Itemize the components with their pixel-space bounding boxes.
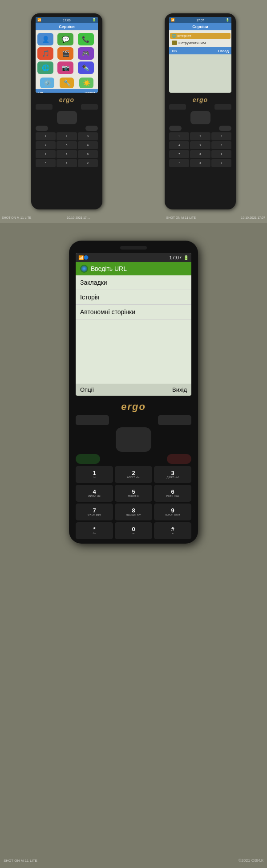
key-5-r[interactable]: 5: [190, 141, 210, 149]
app-weather[interactable]: ☀️: [79, 78, 93, 88]
title-top-left: Сервіси: [36, 23, 98, 30]
end-btn-r[interactable]: [219, 126, 231, 131]
app-camera[interactable]: 📷: [57, 61, 73, 74]
key-2-r[interactable]: 2: [190, 132, 210, 140]
key-0-r[interactable]: 0: [190, 159, 210, 167]
key-8-r[interactable]: 8: [190, 150, 210, 158]
time-top-right: 17:07: [196, 19, 204, 22]
keypad-top-right: 1 2 3 4 5 6 7 8 9 * 0 #: [169, 104, 231, 167]
logo-top-right: ergo: [193, 96, 208, 103]
app-video[interactable]: 🎬: [57, 47, 73, 60]
watermark-shot-tl: SHOT ON M-11 LITE: [2, 216, 31, 219]
call-btn[interactable]: [36, 126, 48, 131]
key-2-large[interactable]: 2 АВВГҐ abc: [115, 466, 152, 483]
dpad-large[interactable]: [116, 427, 151, 452]
internet-icon: 🌐: [172, 34, 176, 38]
key-1[interactable]: 1: [36, 132, 56, 140]
key-4-large[interactable]: 4 ИЙІКЛ ghі: [76, 485, 113, 502]
nav-left-btn-r[interactable]: [169, 104, 186, 110]
key-5-large[interactable]: 5 МНОП jkl: [115, 485, 152, 502]
logo-top-left: ergo: [59, 96, 74, 103]
watermark-shot-tr: SHOT ON M-11 LITE: [166, 216, 196, 219]
phone-speaker: [120, 246, 147, 250]
app-settings[interactable]: ⚙️: [40, 78, 54, 88]
softkey-right-large[interactable]: Вихід: [172, 386, 187, 393]
time-top-left: 17:06: [63, 19, 71, 22]
dpad[interactable]: [57, 111, 77, 124]
dpad-right[interactable]: [190, 111, 210, 124]
sim-icon: [172, 41, 177, 45]
softkey-right-top-left[interactable]: Назад: [85, 91, 95, 93]
key-1-large[interactable]: 1 ○○: [76, 466, 113, 483]
logo-large: ergo: [121, 401, 146, 413]
menu-item-url[interactable]: Введіть URL: [76, 262, 191, 275]
key-7[interactable]: 7: [36, 150, 56, 158]
nav-left-large[interactable]: [76, 415, 109, 425]
app-notes[interactable]: ✒️: [78, 61, 94, 74]
nav-left-btn[interactable]: [36, 104, 53, 110]
browser-menu-large: Введіть URL Закладки Історія Автономні с…: [76, 262, 191, 323]
key-6-r[interactable]: 6: [211, 141, 231, 149]
call-btn-large[interactable]: [76, 454, 100, 464]
softkey-left-top-left[interactable]: OK: [38, 91, 44, 93]
keypad-top-left: 1 2 3 4 5 6 7 8 9 * 0 #: [36, 104, 98, 167]
key-7-large[interactable]: 7 ФХЦЧ pqrs: [76, 504, 113, 520]
menu-item-sim[interactable]: Інструменти SIM: [170, 40, 231, 46]
key-9[interactable]: 9: [78, 150, 98, 158]
softkey-left-large[interactable]: Опції: [80, 386, 94, 393]
app-messages[interactable]: 💬: [57, 33, 73, 45]
softkey-right-top-right[interactable]: Назад: [218, 49, 229, 53]
end-btn[interactable]: [85, 126, 98, 131]
watermark-shot-bottom: SHOT ON M-11 LITE: [4, 859, 37, 863]
key-1-r[interactable]: 1: [169, 132, 189, 140]
softkey-left-top-right[interactable]: OK: [172, 49, 177, 53]
phone-body-top-left: 📶 17:06 🔋 Сервіси 👤 💬 📞 🎵 🎬 🎮 🌐 📷: [31, 13, 102, 209]
key-6[interactable]: 6: [78, 141, 98, 149]
num-grid-large: 1 ○○ 2 АВВГҐ abc 3 ДЕЖЗ def 4 ИЙІКЛ ghі …: [76, 466, 191, 539]
nav-right-large[interactable]: [158, 415, 191, 425]
key-7-r[interactable]: 7: [169, 150, 189, 158]
app-contacts[interactable]: 👤: [37, 33, 53, 45]
key-star[interactable]: *: [36, 159, 56, 167]
key-4[interactable]: 4: [36, 141, 56, 149]
statusbar-top-right: 📶 17:07 🔋: [169, 17, 231, 23]
key-8[interactable]: 8: [57, 150, 77, 158]
key-5[interactable]: 5: [57, 141, 77, 149]
battery-top-left: 🔋: [92, 18, 96, 22]
signal-top-right: 📶: [171, 18, 175, 22]
key-9-large[interactable]: 9 ЬЗЮЯ wxyz: [154, 504, 191, 520]
key-star-r[interactable]: *: [169, 159, 189, 167]
key-3-r[interactable]: 3: [211, 132, 231, 140]
phone-body-top-right: 📶 17:07 🔋 Сервіси 🌐 Інтернет Інструмен: [165, 13, 236, 209]
battery-large: 🔋: [183, 255, 189, 260]
key-6-large[interactable]: 6 РСТУ mno: [154, 485, 191, 502]
key-3[interactable]: 3: [78, 132, 98, 140]
app-browser[interactable]: 🌐: [37, 61, 53, 74]
screen-body-large: 📶 🔵 17:07 🔋 Введіть URL Закладки: [76, 253, 191, 396]
key-hash-large[interactable]: # ▪▫: [154, 522, 191, 539]
key-8-large[interactable]: 8 ЩЩЩЫ tuv: [115, 504, 152, 520]
menu-item-offline[interactable]: Автономні сторінки: [76, 305, 191, 319]
key-hash[interactable]: #: [78, 159, 98, 167]
key-star-large[interactable]: * б+: [76, 522, 113, 539]
app-music[interactable]: 🎵: [37, 47, 53, 60]
nav-right-btn[interactable]: [81, 104, 98, 110]
menu-item-internet[interactable]: 🌐 Інтернет: [170, 33, 231, 39]
menu-item-bookmarks[interactable]: Закладки: [76, 275, 191, 290]
nav-right-btn-r[interactable]: [214, 104, 231, 110]
end-btn-large[interactable]: [167, 454, 191, 464]
key-0[interactable]: 0: [57, 159, 77, 167]
key-2[interactable]: 2: [57, 132, 77, 140]
signal-top-left: 📶: [37, 18, 41, 22]
key-4-r[interactable]: 4: [169, 141, 189, 149]
menu-item-history[interactable]: Історія: [76, 290, 191, 305]
sim-dot: 🔵: [84, 255, 89, 260]
key-9-r[interactable]: 9: [211, 150, 231, 158]
app-tools[interactable]: 🔧: [60, 78, 74, 88]
key-hash-r[interactable]: #: [211, 159, 231, 167]
key-0-large[interactable]: 0 ═: [115, 522, 152, 539]
app-phone[interactable]: 📞: [78, 33, 94, 45]
app-games[interactable]: 🎮: [78, 47, 94, 60]
call-btn-r[interactable]: [169, 126, 182, 131]
key-3-large[interactable]: 3 ДЕЖЗ def: [154, 466, 191, 483]
